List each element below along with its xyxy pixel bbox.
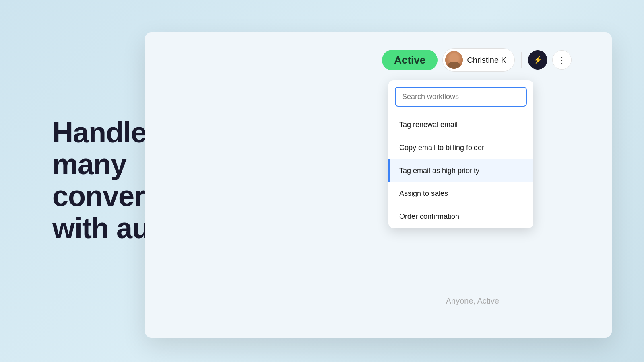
lightning-icon: ⚡ xyxy=(533,56,542,64)
search-box xyxy=(388,80,533,113)
avatar-face xyxy=(445,51,463,69)
more-button[interactable]: ⋮ xyxy=(552,50,572,70)
user-name: Christine K xyxy=(467,56,506,65)
main-panel: Active Christine K ⚡ ⋮ Tag renewal email xyxy=(145,32,612,338)
dropdown-item-tag-renewal[interactable]: Tag renewal email xyxy=(388,113,533,136)
dropdown-item-assign-sales[interactable]: Assign to sales xyxy=(388,182,533,205)
avatar-body xyxy=(448,62,460,69)
dropdown-item-order-confirm[interactable]: Order confirmation xyxy=(388,205,533,228)
dropdown-list: Tag renewal email Copy email to billing … xyxy=(388,113,533,228)
active-badge: Active xyxy=(382,50,438,70)
dropdown-item-copy-billing[interactable]: Copy email to billing folder xyxy=(388,136,533,159)
workflow-dropdown: Tag renewal email Copy email to billing … xyxy=(388,80,533,228)
panel-header: Active Christine K ⚡ ⋮ xyxy=(382,48,572,72)
active-label: Active xyxy=(394,54,425,66)
more-icon: ⋮ xyxy=(558,55,566,65)
avatar xyxy=(445,51,463,69)
dropdown-item-tag-priority[interactable]: Tag email as high priority xyxy=(388,159,533,182)
user-pill[interactable]: Christine K xyxy=(442,48,515,72)
lightning-button[interactable]: ⚡ xyxy=(528,50,547,70)
footer-text: Anyone, Active xyxy=(446,296,499,306)
search-input[interactable] xyxy=(395,87,527,107)
header-divider xyxy=(521,52,522,68)
